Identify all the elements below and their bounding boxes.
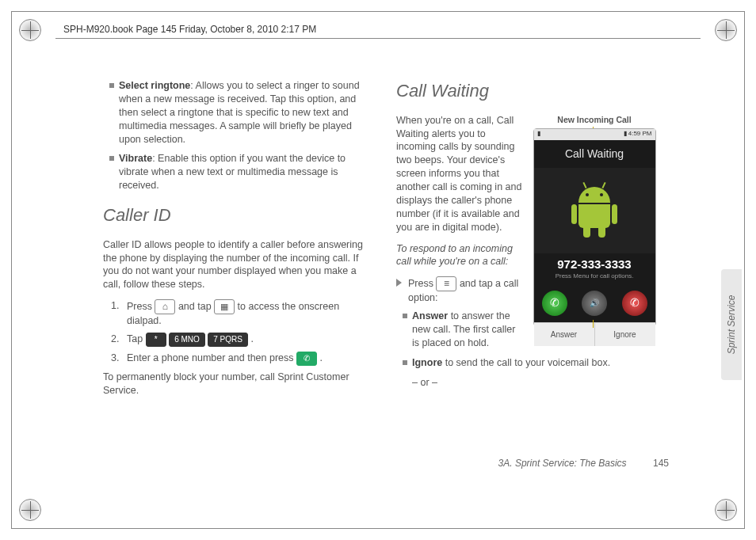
- step-text: .: [250, 333, 253, 344]
- footer-section: 3A. Sprint Service: The Basics: [498, 458, 627, 469]
- bullet-answer: Answer to answer the new call. The first…: [396, 310, 523, 350]
- thumb-tab: Sprint Service: [721, 269, 742, 380]
- dialpad-key-icon: [214, 299, 235, 314]
- step-number: 2.: [111, 333, 127, 347]
- bullet-vibrate: Vibrate: Enable this option if you want …: [103, 152, 365, 192]
- bullet-text: : Enable this option if you want the dev…: [119, 153, 346, 191]
- step-number: 1.: [111, 299, 127, 328]
- bullet-icon: [109, 83, 114, 88]
- page-number: 145: [653, 458, 669, 469]
- call-action-row: ✆ 🔊 ✆: [534, 286, 655, 322]
- call-waiting-para: When you're on a call, Call Waiting aler…: [396, 114, 523, 234]
- home-key-icon: [155, 299, 175, 314]
- thumb-tab-label: Sprint Service: [726, 295, 737, 355]
- status-time: 4:59 PM: [628, 130, 652, 139]
- crop-mark-icon: [715, 19, 737, 41]
- crop-mark-icon: [715, 499, 737, 521]
- battery-icon: ▮: [624, 130, 627, 139]
- running-header: SPH-M920.book Page 145 Friday, October 8…: [63, 24, 316, 35]
- heading-call-waiting: Call Waiting: [396, 79, 658, 103]
- crop-mark-icon: [19, 19, 41, 41]
- bullet-ignore: Ignore to send the call to your voicemai…: [396, 356, 658, 370]
- key-star-icon: *: [146, 333, 166, 347]
- key-6-icon: 6 MNO: [169, 333, 205, 347]
- bullet-text: to send the call to your voicemail box.: [442, 357, 610, 368]
- arrow-step: Press and tap a call option:: [396, 276, 523, 305]
- step-2: 2. Tap * 6 MNO 7 PQRS .: [103, 333, 365, 347]
- bullet-icon: [109, 156, 114, 161]
- call-option-buttons: Answer Ignore: [534, 322, 655, 346]
- status-bar: ▮ ▮4:59 PM: [534, 129, 655, 140]
- term: Select ringtone: [119, 80, 190, 91]
- page-footer: 3A. Sprint Service: The Basics 145: [498, 458, 669, 469]
- term: Answer: [412, 310, 448, 321]
- speaker-circle-icon[interactable]: 🔊: [582, 291, 607, 316]
- bullet-select-ringtone: Select ringtone: Allows you to select a …: [103, 79, 365, 146]
- menu-hint: Press Menu for call options.: [534, 272, 655, 281]
- callout-line: [593, 320, 594, 328]
- page-content: Select ringtone: Allows you to select a …: [103, 79, 658, 405]
- term: Vibrate: [119, 153, 152, 164]
- phone-figure: New Incoming Call ▮ ▮4:59 PM Call Waitin…: [531, 114, 658, 356]
- caller-id-outro: To permanently block your number, call S…: [103, 371, 365, 397]
- step-text: Enter a phone number and then press: [127, 352, 296, 363]
- answer-button[interactable]: Answer: [534, 323, 595, 346]
- step-text: and tap: [178, 301, 214, 312]
- ignore-button[interactable]: Ignore: [595, 323, 655, 346]
- bullet-icon: [403, 360, 407, 365]
- figure-label-top: New Incoming Call: [531, 114, 658, 125]
- crop-mark-icon: [19, 499, 41, 521]
- triangle-bullet-icon: [396, 279, 402, 287]
- screen-title: Call Waiting: [534, 140, 655, 168]
- caller-number-area: 972-333-3333 Press Menu for call options…: [534, 253, 655, 286]
- term: Ignore: [412, 357, 442, 368]
- header-rule: [55, 38, 701, 39]
- step-text: Tap: [127, 333, 146, 344]
- step-1: 1. Press and tap to access the onscreen …: [103, 299, 365, 328]
- or-divider: – or –: [396, 376, 658, 390]
- caller-avatar-area: [534, 168, 655, 253]
- heading-caller-id: Caller ID: [103, 203, 365, 227]
- step-number: 3.: [111, 352, 127, 366]
- caller-number: 972-333-3333: [534, 257, 655, 272]
- caller-id-intro: Caller ID allows people to identify a ca…: [103, 238, 365, 292]
- decline-circle-icon[interactable]: ✆: [622, 291, 647, 316]
- menu-key-icon: [436, 276, 456, 291]
- phone-screenshot: ▮ ▮4:59 PM Call Waiting: [533, 128, 656, 326]
- bullet-icon: [403, 314, 407, 318]
- respond-lead: To respond to an incoming call while you…: [396, 242, 523, 269]
- signal-icon: ▮: [537, 130, 540, 139]
- key-7-icon: 7 PQRS: [208, 333, 248, 347]
- step-text: .: [320, 352, 323, 363]
- step-text: Press: [127, 301, 155, 312]
- step-3: 3. Enter a phone number and then press .: [103, 352, 365, 366]
- left-column: Select ringtone: Allows you to select a …: [103, 79, 365, 405]
- call-waiting-text: When you're on a call, Call Waiting aler…: [396, 114, 523, 356]
- step-text: Press: [408, 278, 436, 289]
- call-key-icon: [296, 352, 317, 366]
- answer-circle-icon[interactable]: ✆: [542, 291, 567, 316]
- android-icon: [575, 187, 614, 234]
- right-column: Call Waiting When you're on a call, Call…: [396, 79, 658, 405]
